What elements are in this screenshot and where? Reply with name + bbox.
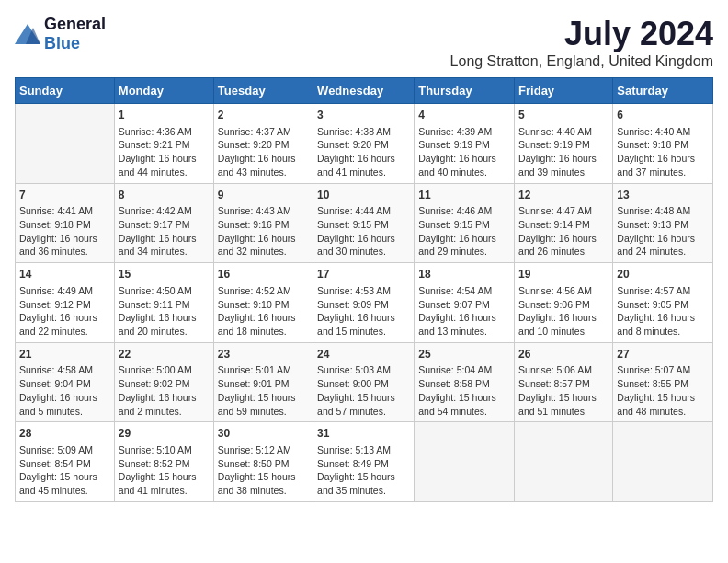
header-monday: Monday — [114, 78, 213, 104]
cell-2-2: 8Sunrise: 4:42 AM Sunset: 9:17 PM Daylig… — [114, 183, 213, 263]
cell-3-2: 15Sunrise: 4:50 AM Sunset: 9:11 PM Dayli… — [114, 263, 213, 343]
day-number: 12 — [518, 188, 609, 203]
day-info: Sunrise: 4:48 AM Sunset: 9:13 PM Dayligh… — [617, 204, 709, 259]
day-info: Sunrise: 5:06 AM Sunset: 8:57 PM Dayligh… — [518, 363, 609, 418]
day-info: Sunrise: 4:38 AM Sunset: 9:20 PM Dayligh… — [317, 125, 410, 179]
cell-5-4: 31Sunrise: 5:13 AM Sunset: 8:49 PM Dayli… — [313, 422, 415, 502]
day-info: Sunrise: 5:04 AM Sunset: 8:58 PM Dayligh… — [418, 363, 510, 418]
day-number: 4 — [418, 108, 510, 123]
subtitle: Long Stratton, England, United Kingdom — [450, 53, 713, 70]
day-info: Sunrise: 5:10 AM Sunset: 8:52 PM Dayligh… — [119, 443, 210, 498]
cell-2-1: 7Sunrise: 4:41 AM Sunset: 9:18 PM Daylig… — [16, 183, 115, 263]
day-info: Sunrise: 5:12 AM Sunset: 8:50 PM Dayligh… — [218, 443, 309, 498]
day-info: Sunrise: 4:49 AM Sunset: 9:12 PM Dayligh… — [19, 284, 110, 339]
cell-4-3: 23Sunrise: 5:01 AM Sunset: 9:01 PM Dayli… — [213, 342, 313, 422]
day-number: 13 — [617, 188, 709, 203]
day-info: Sunrise: 4:57 AM Sunset: 9:05 PM Dayligh… — [617, 284, 709, 339]
day-info: Sunrise: 4:54 AM Sunset: 9:07 PM Dayligh… — [418, 284, 510, 339]
cell-2-6: 12Sunrise: 4:47 AM Sunset: 9:14 PM Dayli… — [515, 183, 613, 263]
day-number: 21 — [19, 347, 110, 362]
day-info: Sunrise: 4:43 AM Sunset: 9:16 PM Dayligh… — [218, 204, 309, 259]
day-number: 22 — [119, 347, 210, 362]
logo-general: General — [44, 15, 106, 33]
calendar-table: Sunday Monday Tuesday Wednesday Thursday… — [15, 77, 713, 502]
day-number: 7 — [19, 188, 110, 203]
cell-5-5 — [415, 422, 515, 502]
logo-blue: Blue — [44, 34, 80, 52]
day-number: 24 — [317, 347, 410, 362]
day-info: Sunrise: 4:52 AM Sunset: 9:10 PM Dayligh… — [218, 284, 309, 339]
cell-5-3: 30Sunrise: 5:12 AM Sunset: 8:50 PM Dayli… — [213, 422, 313, 502]
cell-2-5: 11Sunrise: 4:46 AM Sunset: 9:15 PM Dayli… — [415, 183, 515, 263]
day-number: 31 — [317, 426, 410, 442]
day-info: Sunrise: 4:40 AM Sunset: 9:18 PM Dayligh… — [617, 125, 709, 179]
cell-3-3: 16Sunrise: 4:52 AM Sunset: 9:10 PM Dayli… — [213, 263, 313, 343]
week-row-1: 1Sunrise: 4:36 AM Sunset: 9:21 PM Daylig… — [16, 104, 713, 184]
day-number: 11 — [418, 188, 510, 203]
logo-icon — [15, 24, 40, 44]
cell-1-2: 1Sunrise: 4:36 AM Sunset: 9:21 PM Daylig… — [114, 104, 213, 184]
day-info: Sunrise: 4:53 AM Sunset: 9:09 PM Dayligh… — [317, 284, 410, 339]
day-info: Sunrise: 4:41 AM Sunset: 9:18 PM Dayligh… — [19, 204, 110, 259]
cell-1-5: 4Sunrise: 4:39 AM Sunset: 9:19 PM Daylig… — [415, 104, 515, 184]
cell-1-7: 6Sunrise: 4:40 AM Sunset: 9:18 PM Daylig… — [613, 104, 713, 184]
cell-5-7 — [613, 422, 713, 502]
cell-3-4: 17Sunrise: 4:53 AM Sunset: 9:09 PM Dayli… — [313, 263, 415, 343]
day-info: Sunrise: 5:13 AM Sunset: 8:49 PM Dayligh… — [317, 443, 410, 498]
day-number: 18 — [418, 267, 510, 282]
main-title: July 2024 — [450, 15, 713, 53]
day-number: 10 — [317, 188, 410, 203]
cell-4-4: 24Sunrise: 5:03 AM Sunset: 9:00 PM Dayli… — [313, 342, 415, 422]
day-info: Sunrise: 5:09 AM Sunset: 8:54 PM Dayligh… — [19, 443, 110, 498]
title-area: July 2024 Long Stratton, England, United… — [450, 15, 713, 70]
header-tuesday: Tuesday — [213, 78, 313, 104]
day-number: 17 — [317, 267, 410, 282]
day-number: 29 — [119, 426, 210, 442]
day-number: 20 — [617, 267, 709, 282]
header-friday: Friday — [515, 78, 613, 104]
day-number: 3 — [317, 108, 410, 123]
cell-3-1: 14Sunrise: 4:49 AM Sunset: 9:12 PM Dayli… — [16, 263, 115, 343]
cell-1-3: 2Sunrise: 4:37 AM Sunset: 9:20 PM Daylig… — [213, 104, 313, 184]
week-row-4: 21Sunrise: 4:58 AM Sunset: 9:04 PM Dayli… — [16, 342, 713, 422]
day-number: 28 — [19, 426, 110, 442]
day-number: 19 — [518, 267, 609, 282]
cell-3-6: 19Sunrise: 4:56 AM Sunset: 9:06 PM Dayli… — [515, 263, 613, 343]
day-info: Sunrise: 5:00 AM Sunset: 9:02 PM Dayligh… — [119, 363, 210, 418]
day-number: 23 — [218, 347, 309, 362]
cell-3-7: 20Sunrise: 4:57 AM Sunset: 9:05 PM Dayli… — [613, 263, 713, 343]
cell-4-6: 26Sunrise: 5:06 AM Sunset: 8:57 PM Dayli… — [515, 342, 613, 422]
day-number: 5 — [518, 108, 609, 123]
day-info: Sunrise: 4:46 AM Sunset: 9:15 PM Dayligh… — [418, 204, 510, 259]
day-number: 2 — [218, 108, 309, 123]
day-number: 9 — [218, 188, 309, 203]
header: General Blue July 2024 Long Stratton, En… — [15, 15, 713, 70]
day-info: Sunrise: 4:47 AM Sunset: 9:14 PM Dayligh… — [518, 204, 609, 259]
cell-2-3: 9Sunrise: 4:43 AM Sunset: 9:16 PM Daylig… — [213, 183, 313, 263]
day-info: Sunrise: 4:37 AM Sunset: 9:20 PM Dayligh… — [218, 125, 309, 179]
day-info: Sunrise: 4:44 AM Sunset: 9:15 PM Dayligh… — [317, 204, 410, 259]
day-number: 15 — [119, 267, 210, 282]
week-row-2: 7Sunrise: 4:41 AM Sunset: 9:18 PM Daylig… — [16, 183, 713, 263]
day-info: Sunrise: 4:39 AM Sunset: 9:19 PM Dayligh… — [418, 125, 510, 179]
header-thursday: Thursday — [415, 78, 515, 104]
logo: General Blue — [15, 15, 106, 53]
cell-2-4: 10Sunrise: 4:44 AM Sunset: 9:15 PM Dayli… — [313, 183, 415, 263]
calendar-body: 1Sunrise: 4:36 AM Sunset: 9:21 PM Daylig… — [16, 104, 713, 502]
day-number: 1 — [119, 108, 210, 123]
day-number: 16 — [218, 267, 309, 282]
day-info: Sunrise: 5:01 AM Sunset: 9:01 PM Dayligh… — [218, 363, 309, 418]
header-wednesday: Wednesday — [313, 78, 415, 104]
week-row-5: 28Sunrise: 5:09 AM Sunset: 8:54 PM Dayli… — [16, 422, 713, 502]
calendar-header: Sunday Monday Tuesday Wednesday Thursday… — [16, 78, 713, 104]
day-number: 25 — [418, 347, 510, 362]
cell-5-6 — [515, 422, 613, 502]
day-number: 27 — [617, 347, 709, 362]
cell-4-1: 21Sunrise: 4:58 AM Sunset: 9:04 PM Dayli… — [16, 342, 115, 422]
day-info: Sunrise: 4:58 AM Sunset: 9:04 PM Dayligh… — [19, 363, 110, 418]
cell-5-2: 29Sunrise: 5:10 AM Sunset: 8:52 PM Dayli… — [114, 422, 213, 502]
header-row: Sunday Monday Tuesday Wednesday Thursday… — [16, 78, 713, 104]
cell-1-4: 3Sunrise: 4:38 AM Sunset: 9:20 PM Daylig… — [313, 104, 415, 184]
day-info: Sunrise: 4:36 AM Sunset: 9:21 PM Dayligh… — [119, 125, 210, 179]
cell-1-6: 5Sunrise: 4:40 AM Sunset: 9:19 PM Daylig… — [515, 104, 613, 184]
